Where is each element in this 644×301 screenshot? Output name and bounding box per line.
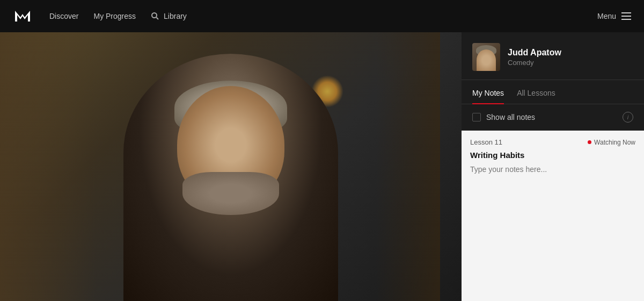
scene-shelf-right [376, 32, 440, 301]
nav-links: Discover My Progress Library [49, 12, 597, 20]
hamburger-icon [621, 12, 631, 20]
svg-point-0 [152, 13, 157, 18]
svg-line-1 [157, 18, 159, 20]
nav-library[interactable]: Library [151, 12, 187, 20]
tab-my-notes[interactable]: My Notes [472, 80, 504, 104]
watching-now-badge: Watching Now [588, 139, 635, 146]
watching-dot [588, 140, 591, 144]
scene-beard [182, 172, 279, 215]
search-icon [151, 12, 159, 20]
scene-shelf-left [0, 32, 97, 301]
instructor-name: Judd Apatow [508, 48, 561, 58]
logo[interactable] [13, 6, 32, 26]
menu-label: Menu [597, 12, 616, 20]
notes-toggle-row: Show all notes i [462, 104, 644, 131]
instructor-header: Judd Apatow Comedy [462, 32, 644, 80]
logo-icon [13, 6, 32, 26]
scene-person [123, 54, 338, 301]
watching-now-label: Watching Now [594, 139, 635, 146]
menu-button[interactable]: Menu [597, 12, 631, 20]
nav-my-progress[interactable]: My Progress [93, 12, 136, 20]
sidebar: Judd Apatow Comedy My Notes All Lessons … [462, 32, 644, 301]
tabs: My Notes All Lessons [462, 80, 644, 104]
note-card-header: Lesson 11 Watching Now [462, 131, 644, 150]
instructor-info: Judd Apatow Comedy [508, 48, 561, 67]
library-label: Library [164, 12, 187, 20]
navigation: Discover My Progress Library Menu [0, 0, 644, 32]
nav-discover[interactable]: Discover [49, 12, 78, 20]
instructor-subject: Comedy [508, 59, 561, 67]
note-card: Lesson 11 Watching Now Writing Habits [462, 131, 644, 301]
lesson-title: Writing Habits [462, 150, 644, 165]
avatar-face [477, 49, 496, 71]
lesson-label: Lesson 11 [470, 138, 502, 146]
avatar [472, 43, 500, 71]
main-content: Judd Apatow Comedy My Notes All Lessons … [0, 32, 644, 301]
show-notes-checkbox[interactable] [472, 113, 481, 121]
notes-toggle-left: Show all notes [472, 113, 535, 121]
info-icon[interactable]: i [623, 112, 633, 123]
show-notes-label: Show all notes [486, 113, 535, 121]
note-textarea[interactable] [470, 165, 635, 292]
tab-all-lessons[interactable]: All Lessons [517, 80, 555, 104]
video-player[interactable] [0, 32, 462, 301]
